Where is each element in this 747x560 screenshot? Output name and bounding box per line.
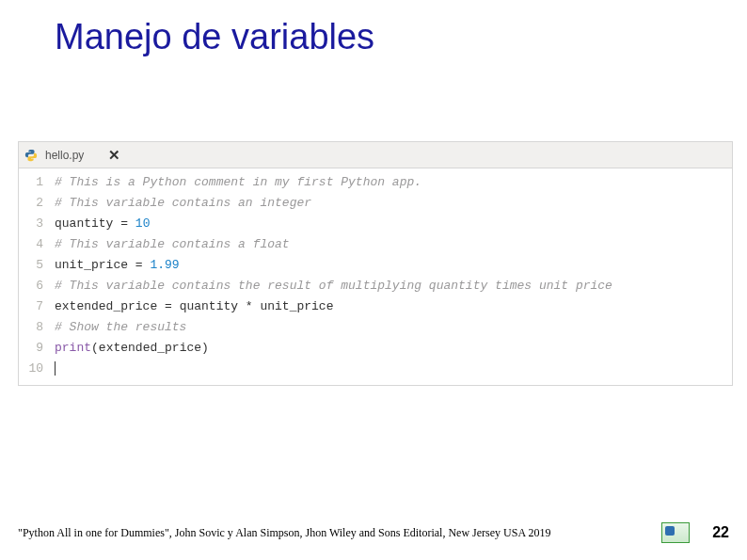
tab-filename[interactable]: hello.py — [45, 149, 84, 162]
line-number: 7 — [19, 296, 43, 317]
line-number: 2 — [19, 193, 43, 214]
page-number: 22 — [712, 524, 729, 541]
code-line[interactable]: # Show the results — [55, 317, 732, 338]
footer-logo — [661, 522, 690, 543]
code-line[interactable]: unit_price = 1.99 — [55, 255, 732, 276]
line-number: 10 — [19, 359, 43, 379]
code-line[interactable]: # This variable contains an integer — [55, 193, 732, 214]
footer: "Python All in one for Dummies", John So… — [18, 522, 729, 543]
code-content[interactable]: # This is a Python comment in my first P… — [55, 172, 732, 379]
line-number: 3 — [19, 214, 43, 234]
citation-text: "Python All in one for Dummies", John So… — [18, 526, 661, 540]
line-number: 9 — [19, 338, 43, 359]
line-number: 1 — [19, 172, 43, 193]
close-icon[interactable]: ✕ — [108, 148, 120, 162]
line-number: 5 — [19, 255, 43, 276]
line-number: 8 — [19, 317, 43, 338]
code-line[interactable] — [55, 359, 732, 379]
code-line[interactable]: # This variable contains the result of m… — [55, 276, 732, 296]
code-line[interactable]: print(extended_price) — [55, 338, 732, 359]
python-icon — [24, 149, 38, 162]
line-number-gutter: 12345678910 — [19, 172, 55, 379]
line-number: 6 — [19, 276, 43, 296]
tab-bar: hello.py ✕ — [19, 142, 732, 168]
code-line[interactable]: quantity = 10 — [55, 214, 732, 234]
code-area[interactable]: 12345678910 # This is a Python comment i… — [19, 168, 732, 385]
code-editor: hello.py ✕ 12345678910 # This is a Pytho… — [18, 141, 733, 386]
line-number: 4 — [19, 234, 43, 255]
code-line[interactable]: extended_price = quantity * unit_price — [55, 296, 732, 317]
code-line[interactable]: # This variable contains a float — [55, 234, 732, 255]
page-title: Manejo de variables — [55, 17, 374, 57]
code-line[interactable]: # This is a Python comment in my first P… — [55, 172, 732, 193]
text-cursor — [55, 361, 56, 376]
